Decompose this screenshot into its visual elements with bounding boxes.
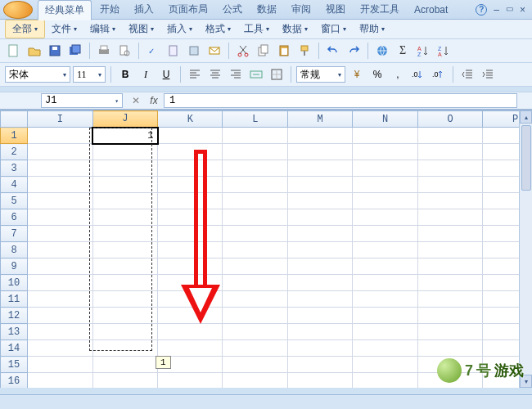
tab-classic-menu[interactable]: 经典菜单 <box>38 0 92 20</box>
cell[interactable] <box>158 144 223 160</box>
cell[interactable] <box>353 324 417 340</box>
cell[interactable] <box>158 308 223 324</box>
cell[interactable] <box>28 324 92 340</box>
cell[interactable] <box>158 291 223 308</box>
merge-cells-icon[interactable] <box>247 65 265 83</box>
row-header[interactable]: 4 <box>1 177 28 193</box>
autosum-icon[interactable]: Σ <box>394 42 412 60</box>
cell[interactable] <box>28 177 92 193</box>
cell[interactable] <box>287 193 352 209</box>
cell[interactable] <box>287 209 352 226</box>
comma-icon[interactable]: , <box>389 65 407 83</box>
cell[interactable] <box>287 160 352 177</box>
cell[interactable] <box>417 193 482 209</box>
align-left-icon[interactable] <box>186 65 204 83</box>
cell[interactable] <box>223 209 287 226</box>
align-center-icon[interactable] <box>206 65 224 83</box>
tab-data[interactable]: 数据 <box>250 0 283 19</box>
cell[interactable] <box>92 258 157 275</box>
menu-all[interactable]: 全部▾ <box>5 20 45 38</box>
cell[interactable] <box>28 291 92 308</box>
cell[interactable] <box>287 275 352 291</box>
cell[interactable] <box>287 258 352 275</box>
cell[interactable] <box>287 242 352 258</box>
cell[interactable] <box>92 308 157 324</box>
cell[interactable] <box>353 308 417 324</box>
cell[interactable] <box>92 144 157 160</box>
format-painter-icon[interactable] <box>295 42 313 60</box>
cell-J1[interactable]: 1 <box>92 128 157 144</box>
fx-icon[interactable]: fx <box>144 95 164 106</box>
cell[interactable] <box>92 226 157 242</box>
row-header[interactable]: 13 <box>1 324 28 340</box>
cell[interactable] <box>223 160 287 177</box>
cell[interactable] <box>28 258 92 275</box>
cell[interactable] <box>28 308 92 324</box>
tab-formulas[interactable]: 公式 <box>216 0 249 19</box>
cell[interactable] <box>417 177 482 193</box>
underline-button[interactable]: U <box>157 65 175 83</box>
cell[interactable] <box>223 193 287 209</box>
print-preview-icon[interactable] <box>115 42 133 60</box>
cell[interactable] <box>353 128 417 144</box>
cell[interactable] <box>92 242 157 258</box>
cell[interactable] <box>92 340 157 357</box>
cell[interactable] <box>158 275 223 291</box>
redo-icon[interactable] <box>345 42 363 60</box>
col-header-active[interactable]: J <box>92 111 157 128</box>
cell[interactable] <box>28 357 92 373</box>
cancel-formula-icon[interactable]: ✕ <box>128 95 144 106</box>
italic-button[interactable]: I <box>137 65 155 83</box>
chevron-down-icon[interactable]: ▾ <box>115 97 119 105</box>
cell[interactable] <box>28 373 92 389</box>
cell[interactable] <box>353 209 417 226</box>
cell[interactable] <box>417 308 482 324</box>
cell[interactable] <box>158 242 223 258</box>
align-right-icon[interactable] <box>227 65 245 83</box>
row-header[interactable]: 5 <box>1 193 28 209</box>
menu-data[interactable]: 数据▾ <box>276 20 314 38</box>
cell[interactable] <box>417 291 482 308</box>
menu-view[interactable]: 视图▾ <box>122 20 160 38</box>
cell[interactable] <box>417 324 482 340</box>
cell[interactable] <box>158 373 223 389</box>
cell[interactable] <box>353 340 417 357</box>
email-icon[interactable] <box>205 42 223 60</box>
row-header[interactable]: 15 <box>1 357 28 373</box>
office-button[interactable] <box>3 1 33 19</box>
increase-indent-icon[interactable] <box>479 65 497 83</box>
cell[interactable] <box>353 258 417 275</box>
cell[interactable] <box>353 177 417 193</box>
cell[interactable] <box>158 258 223 275</box>
sort-desc-icon[interactable]: ZA <box>435 42 453 60</box>
tab-acrobat[interactable]: Acrobat <box>408 2 454 18</box>
cell[interactable] <box>223 373 287 389</box>
borders-icon[interactable] <box>268 65 286 83</box>
col-header[interactable]: O <box>417 111 482 128</box>
cell[interactable] <box>417 128 482 144</box>
row-header[interactable]: 1 <box>1 128 28 144</box>
menu-format[interactable]: 格式▾ <box>199 20 237 38</box>
save-all-icon[interactable] <box>66 42 84 60</box>
scrollbar-thumb[interactable] <box>521 125 531 191</box>
vertical-scrollbar[interactable]: ▴ ▾ <box>519 110 532 388</box>
cell[interactable] <box>287 324 352 340</box>
row-header[interactable]: 6 <box>1 209 28 226</box>
cell[interactable] <box>223 144 287 160</box>
row-header[interactable]: 16 <box>1 373 28 389</box>
cell[interactable] <box>417 258 482 275</box>
cell[interactable] <box>92 357 157 373</box>
cell[interactable] <box>158 193 223 209</box>
undo-icon[interactable] <box>324 42 342 60</box>
cell[interactable] <box>28 226 92 242</box>
tab-review[interactable]: 审阅 <box>285 0 318 19</box>
decrease-decimal-icon[interactable]: .0 <box>430 65 448 83</box>
cell[interactable] <box>287 357 352 373</box>
close-icon[interactable]: × <box>520 4 525 16</box>
col-header[interactable]: L <box>223 111 287 128</box>
cell[interactable] <box>223 291 287 308</box>
cell[interactable] <box>223 324 287 340</box>
select-all-corner[interactable] <box>1 111 28 128</box>
menu-window[interactable]: 窗口▾ <box>314 20 353 38</box>
cell[interactable] <box>353 242 417 258</box>
